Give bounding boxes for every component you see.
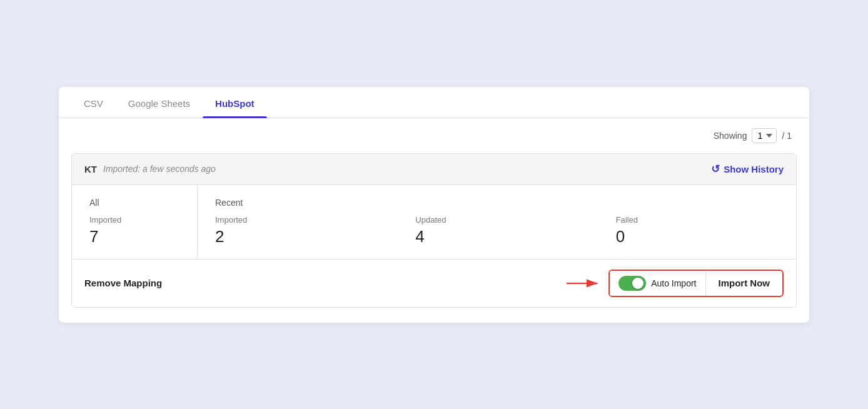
failed-group: Failed 0 xyxy=(616,215,779,246)
recent-stats-groups: Imported 2 Updated 4 Failed 0 xyxy=(215,215,779,246)
toggle-area: Auto Import xyxy=(610,271,705,296)
showing-total: / 1 xyxy=(782,131,792,141)
main-container: CSV Google Sheets HubSpot Showing 1 / 1 … xyxy=(59,87,809,323)
import-card: KT Imported: a few seconds ago ↺ Show Hi… xyxy=(71,153,797,308)
tab-hubspot[interactable]: HubSpot xyxy=(203,87,266,118)
import-now-button[interactable]: Import Now xyxy=(706,273,783,293)
updated-label: Updated xyxy=(415,215,560,225)
recent-section-header: Recent xyxy=(215,198,779,208)
tabs-bar: CSV Google Sheets HubSpot xyxy=(59,87,809,118)
showing-select-wrapper: 1 xyxy=(752,128,777,143)
action-box: Auto Import Import Now xyxy=(608,270,784,297)
tab-csv[interactable]: CSV xyxy=(71,87,116,118)
card-initials: KT xyxy=(84,164,97,174)
failed-value: 0 xyxy=(616,227,761,246)
recent-section: Recent Imported 2 Updated 4 Failed 0 xyxy=(197,185,796,259)
auto-import-label: Auto Import xyxy=(651,278,696,288)
recent-imported-group: Imported 2 xyxy=(215,215,378,246)
stats-row: All Imported 7 Recent Imported 2 Updated… xyxy=(72,185,796,260)
showing-select[interactable]: 1 xyxy=(752,128,777,143)
card-header-left: KT Imported: a few seconds ago xyxy=(84,164,216,174)
arrow-annotation xyxy=(565,275,602,292)
card-timestamp: Imported: a few seconds ago xyxy=(103,164,216,174)
showing-row: Showing 1 / 1 xyxy=(59,118,809,153)
all-imported-value: 7 xyxy=(89,227,179,246)
card-header: KT Imported: a few seconds ago ↺ Show Hi… xyxy=(72,154,796,185)
updated-value: 4 xyxy=(415,227,560,246)
failed-label: Failed xyxy=(616,215,761,225)
showing-label: Showing xyxy=(714,131,747,141)
all-section-header: All xyxy=(89,198,179,208)
recent-imported-label: Imported xyxy=(215,215,360,225)
history-icon: ↺ xyxy=(711,163,720,176)
tab-google-sheets[interactable]: Google Sheets xyxy=(116,87,203,118)
all-section: All Imported 7 xyxy=(72,185,197,259)
recent-imported-value: 2 xyxy=(215,227,360,246)
auto-import-toggle[interactable] xyxy=(618,276,646,291)
all-imported-label: Imported xyxy=(89,215,179,225)
show-history-label: Show History xyxy=(724,164,784,174)
card-footer: Remove Mapping xyxy=(72,260,796,307)
footer-right: Auto Import Import Now xyxy=(565,270,784,297)
arrow-svg xyxy=(565,275,602,292)
remove-mapping-label: Remove Mapping xyxy=(84,278,162,288)
updated-group: Updated 4 xyxy=(415,215,578,246)
show-history-button[interactable]: ↺ Show History xyxy=(711,163,784,176)
